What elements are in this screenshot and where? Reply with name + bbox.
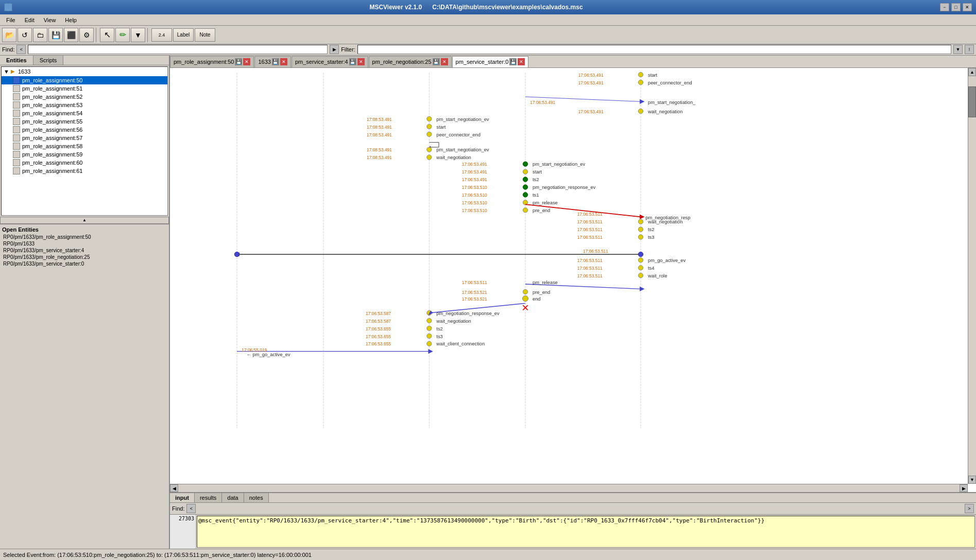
tree-item-pm-role-assignment-60[interactable]: pm_role_assignment:60 (2, 159, 167, 167)
tab-save-1[interactable]: 💾 (272, 58, 279, 65)
scroll-thumb[interactable] (968, 86, 976, 117)
open-entity-3[interactable]: RP0/pm/1633/pm_service_starter:4 (2, 247, 167, 254)
diagram-canvas[interactable]: start 17:06:53.491 peer_connector_end 17… (170, 68, 976, 493)
canvas-inner[interactable]: start 17:06:53.491 peer_connector_end 17… (170, 68, 976, 493)
tree-item-pm-role-assignment-56[interactable]: pm_role_assignment:56 (2, 126, 167, 134)
tree-item-pm-role-assignment-55[interactable]: pm_role_assignment:55 (2, 117, 167, 126)
svg-text:17:06:53.655: 17:06:53.655 (366, 341, 391, 346)
open-button[interactable]: 📂 (2, 28, 16, 42)
tab-close-4[interactable]: ✕ (518, 58, 525, 65)
folder-button[interactable]: 🗀 (33, 28, 47, 42)
svg-text:start: start (436, 124, 446, 129)
svg-point-47 (523, 184, 527, 189)
tab-label-0: pm_role_assignment:50 (174, 59, 234, 65)
svg-text:17:06:53.511: 17:06:53.511 (577, 273, 603, 278)
svg-point-74 (638, 252, 643, 256)
menu-view[interactable]: View (40, 16, 60, 24)
filter-input[interactable] (357, 45, 951, 54)
bottom-find-prev-button[interactable]: < (186, 504, 196, 513)
sidebar-tab-scripts[interactable]: Scripts (33, 56, 64, 65)
tree-item-pm-role-assignment-58[interactable]: pm_role_assignment:58 (2, 142, 167, 150)
menu-edit[interactable]: Edit (21, 16, 39, 24)
tab-close-2[interactable]: ✕ (357, 58, 365, 65)
diagram-tab-0[interactable]: pm_role_assignment:50 💾 ✕ (170, 56, 254, 67)
tree-item-pm-role-assignment-57[interactable]: pm_role_assignment:57 (2, 134, 167, 142)
settings-button[interactable]: ⚙ (79, 28, 94, 42)
bottom-tab-results[interactable]: results (195, 493, 222, 502)
open-entity-5[interactable]: RP0/pm/1633/pm_service_starter:0 (2, 260, 167, 267)
toolbar-separator-2 (147, 28, 149, 42)
maximize-button[interactable]: □ (951, 3, 961, 11)
sidebar-collapse-handle[interactable]: ▲ (0, 217, 169, 224)
filter-apply-button[interactable]: ! (965, 45, 974, 54)
svg-text:17:08:53.491: 17:08:53.491 (367, 147, 392, 152)
tab-save-4[interactable]: 💾 (509, 58, 517, 65)
svg-point-69 (638, 234, 643, 239)
tab-close-0[interactable]: ✕ (243, 58, 250, 65)
minimize-button[interactable]: − (940, 3, 949, 11)
menu-file[interactable]: File (2, 16, 20, 24)
tree-root-1633[interactable]: ▼ ▶ 1633 (2, 67, 167, 76)
label-button[interactable]: Label (173, 28, 194, 42)
diagram-tab-2[interactable]: pm_service_starter:4 💾 ✕ (292, 56, 368, 67)
sidebar-tab-entities[interactable]: Entities (0, 56, 33, 65)
tab-save-3[interactable]: 💾 (433, 58, 440, 65)
open-entities-panel: Open Entities RP0/pm/1633/pm_role_assign… (0, 224, 169, 269)
tab-close-1[interactable]: ✕ (280, 58, 287, 65)
tree-item-pm-role-assignment-59[interactable]: pm_role_assignment:59 (2, 150, 167, 159)
tree-item-pm-role-assignment-61[interactable]: pm_role_assignment:61 (2, 167, 167, 175)
tree-item-pm-role-assignment-50[interactable]: pm_role_assignment:50 (2, 76, 167, 84)
scrollbar-horizontal[interactable]: ◀ ▶ (170, 484, 968, 492)
filter-dropdown-button[interactable]: ▼ (953, 45, 963, 54)
entity-icon (13, 110, 20, 117)
scroll-down-button[interactable]: ▼ (968, 476, 976, 484)
svg-point-92 (522, 295, 528, 301)
tree-label: pm_role_assignment:61 (22, 168, 82, 174)
scroll-up-button[interactable]: ▲ (968, 68, 976, 76)
tree-item-pm-role-assignment-53[interactable]: pm_role_assignment:53 (2, 101, 167, 109)
tool-dropdown-button[interactable]: ▼ (131, 28, 145, 42)
scroll-right-button[interactable]: ▶ (960, 484, 968, 492)
scrollbar-vertical[interactable]: ▲ ▼ (968, 68, 976, 484)
sidebar-tree[interactable]: ▼ ▶ 1633 pm_role_assignment:50 pm_role_a… (1, 66, 168, 216)
diagram-tab-1[interactable]: 1633 💾 ✕ (254, 56, 290, 67)
svg-point-76 (638, 257, 643, 262)
svg-point-89 (523, 289, 527, 294)
bottom-tab-notes[interactable]: notes (244, 493, 269, 502)
zoom-button[interactable]: 2.4 (151, 28, 172, 42)
toolbar-separator-1 (96, 28, 98, 42)
diagram-svg: start 17:06:53.491 peer_connector_end 17… (170, 68, 737, 428)
find-prev-button[interactable]: < (16, 45, 26, 54)
draw-tool-button[interactable]: ✏ (115, 28, 130, 42)
tab-close-3[interactable]: ✕ (441, 58, 448, 65)
find-next-button[interactable]: ▶ (330, 45, 339, 54)
svg-text:17:08:53.491: 17:08:53.491 (367, 132, 392, 137)
refresh-button[interactable]: ↺ (18, 28, 32, 42)
find-input[interactable] (28, 45, 328, 54)
main-container: Entities Scripts ▼ ▶ 1633 pm_role_assign… (0, 56, 976, 549)
stop-button[interactable]: ⬛ (64, 28, 78, 42)
diagram-tab-4[interactable]: pm_service_starter:0 💾 ✕ (452, 56, 529, 67)
note-button[interactable]: Note (195, 28, 215, 42)
scroll-left-button[interactable]: ◀ (170, 484, 178, 492)
svg-point-66 (638, 226, 643, 231)
save-button[interactable]: 💾 (48, 28, 63, 42)
open-entity-2[interactable]: RP0/pm/1633 (2, 240, 167, 247)
select-tool-button[interactable]: ↖ (100, 28, 114, 42)
bottom-tab-input[interactable]: input (170, 493, 195, 502)
open-entity-1[interactable]: RP0/pm/1633/pm_role_assignment:50 (2, 234, 167, 240)
close-button[interactable]: ✕ (963, 3, 972, 11)
tree-item-pm-role-assignment-51[interactable]: pm_role_assignment:51 (2, 84, 167, 93)
tab-save-2[interactable]: 💾 (349, 58, 356, 65)
open-entity-4[interactable]: RP0/pm/1633/pm_role_negotiation:25 (2, 254, 167, 260)
svg-point-56 (523, 207, 527, 212)
bottom-tab-data[interactable]: data (222, 493, 244, 502)
diagram-tab-3[interactable]: pm_role_negotiation:25 💾 ✕ (369, 56, 452, 67)
tree-item-pm-role-assignment-54[interactable]: pm_role_assignment:54 (2, 109, 167, 117)
tab-save-0[interactable]: 💾 (235, 58, 242, 65)
open-entities-title: Open Entities (2, 226, 167, 233)
bottom-find-expand-button[interactable]: > (965, 504, 974, 513)
tree-item-pm-role-assignment-52[interactable]: pm_role_assignment:52 (2, 93, 167, 101)
svg-text:17:06:53.511: 17:06:53.511 (577, 227, 603, 232)
menu-help[interactable]: Help (61, 16, 81, 24)
